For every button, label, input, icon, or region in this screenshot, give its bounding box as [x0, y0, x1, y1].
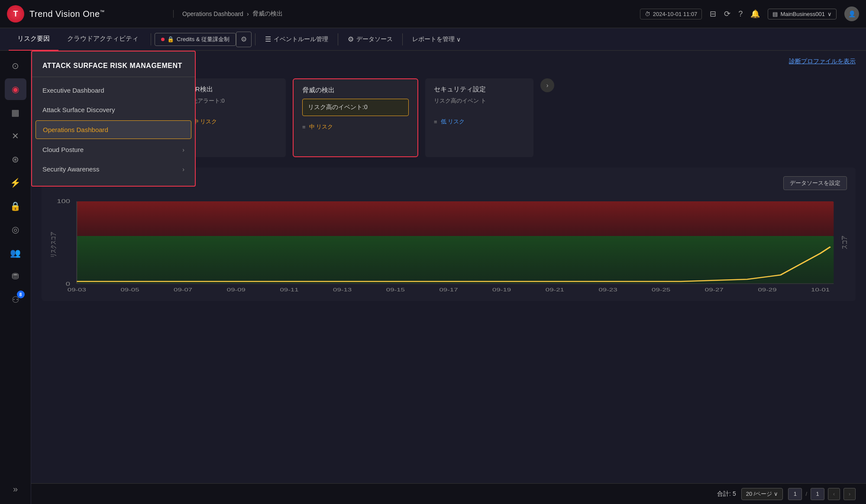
security-title: セキュリティ設定 — [434, 85, 525, 94]
sidebar-item-dashboard[interactable]: ◉ — [5, 78, 26, 100]
per-page-chevron-icon: ∨ — [774, 491, 778, 497]
sidebar-item-database[interactable]: ⛃ — [5, 265, 26, 287]
app-title: Trend Vision One™ — [29, 9, 105, 19]
prev-icon: ‹ — [833, 491, 835, 497]
xdr-alerts: 優先アラート:0 — [186, 97, 277, 105]
set-datasource-button[interactable]: データソースを設定 — [783, 176, 847, 190]
svg-text:09-23: 09-23 — [598, 287, 617, 292]
user-badge[interactable]: ▤ MainBusiness001 ∨ — [768, 9, 837, 19]
gear-icon: ⚙ — [241, 35, 247, 43]
chevron-right-icon2: › — [182, 166, 184, 173]
credits-settings-button[interactable]: ⚙ — [236, 32, 252, 47]
avatar[interactable]: 👤 — [844, 6, 859, 21]
current-page: 1 — [788, 488, 802, 500]
page-separator: / — [805, 491, 807, 497]
username: MainBusiness001 — [780, 11, 825, 17]
logo-area: T Trend Vision One™ — [7, 5, 171, 23]
lightning-icon: ⚡ — [10, 178, 21, 188]
svg-text:スコア: スコア — [840, 236, 847, 249]
event-rule-button[interactable]: ☰ イベントルール管理 — [259, 33, 334, 45]
per-page-select[interactable]: 20 /ページ ∨ — [741, 488, 783, 500]
dropdown-menu: ATTACK SURFACE RISK MANAGEMENT Executive… — [31, 51, 196, 187]
next-page-button[interactable]: › — [843, 488, 856, 500]
datetime-text: 2024-10-01 11:07 — [653, 11, 698, 17]
credits-dot — [161, 38, 165, 41]
threat-title: 脅威の検出 — [302, 86, 409, 94]
chevron-right-icon: › — [182, 146, 184, 153]
cards-next-button[interactable]: › — [540, 78, 554, 92]
header-right: ⏱ 2024-10-01 11:07 ⊟ ⟳ ? 🔔 ▤ MainBusines… — [640, 6, 859, 21]
dropdown-item-security-awareness[interactable]: Security Awareness › — [32, 159, 195, 179]
breadcrumb-parent[interactable]: Operations Dashboard — [182, 10, 243, 17]
svg-text:リスクスコア: リスクスコア — [50, 232, 57, 258]
threat-inner-text: リスク高のイベント:0 — [308, 103, 403, 111]
tab-risk-factors[interactable]: リスク要因 — [9, 28, 58, 51]
svg-text:09-21: 09-21 — [546, 287, 564, 292]
user-group-icon: 👥 — [10, 248, 21, 258]
chevron-right-icon3: › — [546, 82, 549, 89]
svg-text:0: 0 — [66, 281, 71, 287]
help-icon[interactable]: ? — [738, 10, 743, 19]
sync-icon[interactable]: ⟳ — [724, 9, 730, 19]
gear2-icon: ⚙ — [348, 35, 354, 43]
credits-button[interactable]: 🔒 Credits & 従量課金制 — [155, 33, 236, 46]
dropdown-header: ATTACK SURFACE RISK MANAGEMENT — [32, 58, 195, 77]
sidebar-item-notifications[interactable]: ⚇ 8 — [5, 289, 26, 310]
xdr-risk-level: ≡ 中 リスク — [186, 118, 277, 126]
user-icon: ▤ — [772, 11, 778, 17]
bell-icon[interactable]: 🔔 — [750, 9, 760, 19]
xdr-title: XDR検出 — [186, 85, 277, 94]
clock-icon: ⏱ — [645, 11, 650, 17]
sub-header: リスク要因 クラウドアクティビティ 🔒 Credits & 従量課金制 ⚙ ☰ … — [0, 28, 866, 51]
dropdown-item-discovery[interactable]: Attack Surface Discovery — [32, 100, 195, 120]
chart-area: 100 0 09-03 09-05 09-07 09-09 09-11 09-1… — [50, 197, 847, 292]
sidebar-item-cross[interactable]: ✕ — [5, 125, 26, 147]
breadcrumb-current: 脅威の検出 — [252, 10, 283, 18]
svg-text:09-11: 09-11 — [280, 287, 298, 292]
monitor-icon[interactable]: ⊟ — [710, 9, 716, 19]
dropdown-item-cloud-posture[interactable]: Cloud Posture › — [32, 140, 195, 159]
threat-inner-box: リスク高のイベント:0 — [302, 99, 409, 116]
svg-text:09-03: 09-03 — [68, 287, 86, 292]
lock-icon: 🔒 — [10, 201, 21, 211]
profile-link[interactable]: 診断プロファイルを表示 — [789, 58, 856, 65]
sidebar-item-eye[interactable]: ◎ — [5, 219, 26, 240]
svg-text:09-05: 09-05 — [120, 287, 139, 292]
sidebar-item-shield[interactable]: ⊛ — [5, 149, 26, 170]
avatar-icon: 👤 — [848, 10, 856, 17]
database-icon: ⛃ — [12, 271, 19, 281]
svg-text:10-01: 10-01 — [811, 287, 830, 292]
app-logo: T — [7, 5, 24, 23]
next-icon: › — [849, 491, 850, 497]
main-layout: ⊙ ◉ ▦ ✕ ⊛ ⚡ 🔒 ◎ 👥 ⛃ ⚇ 8 — [0, 51, 866, 504]
divider — [151, 33, 151, 45]
map-icon: ⊙ — [12, 61, 19, 71]
sidebar-item-users[interactable]: 👥 — [5, 242, 26, 264]
divider2 — [255, 33, 255, 45]
sidebar-item-lock[interactable]: 🔒 — [5, 195, 26, 217]
sidebar-expand-button[interactable]: » — [5, 478, 26, 500]
sidebar-item-lightning[interactable]: ⚡ — [5, 172, 26, 194]
left-sidebar: ⊙ ◉ ▦ ✕ ⊛ ⚡ 🔒 ◎ 👥 ⛃ ⚇ 8 — [0, 51, 31, 504]
top-header: T Trend Vision One™ Operations Dashboard… — [0, 0, 866, 28]
sidebar-item-map[interactable]: ⊙ — [5, 55, 26, 77]
svg-text:09-09: 09-09 — [227, 287, 246, 292]
svg-rect-1 — [77, 236, 834, 284]
svg-text:09-07: 09-07 — [174, 287, 192, 292]
tab-cloud-activity[interactable]: クラウドアクティビティ — [58, 28, 147, 51]
prev-page-button[interactable]: ‹ — [828, 488, 840, 500]
divider3 — [338, 33, 338, 45]
security-risk-level: ≡ 低 リスク — [434, 118, 525, 126]
svg-text:09-15: 09-15 — [386, 287, 405, 292]
report-button[interactable]: レポートを管理 ∨ — [406, 33, 467, 45]
page-nav: 1 / 1 ‹ › — [788, 488, 856, 500]
data-source-button[interactable]: ⚙ データソース — [342, 33, 399, 45]
bottom-bar: 合計: 5 20 /ページ ∨ 1 / 1 ‹ › — [31, 483, 866, 504]
svg-text:100: 100 — [57, 198, 70, 204]
cross-icon: ✕ — [12, 131, 19, 141]
svg-text:09-13: 09-13 — [333, 287, 352, 292]
eye-icon: ◎ — [12, 224, 19, 235]
dropdown-item-operations[interactable]: Operations Dashboard — [36, 120, 191, 139]
dropdown-item-executive[interactable]: Executive Dashboard — [32, 81, 195, 100]
sidebar-item-chart[interactable]: ▦ — [5, 102, 26, 123]
